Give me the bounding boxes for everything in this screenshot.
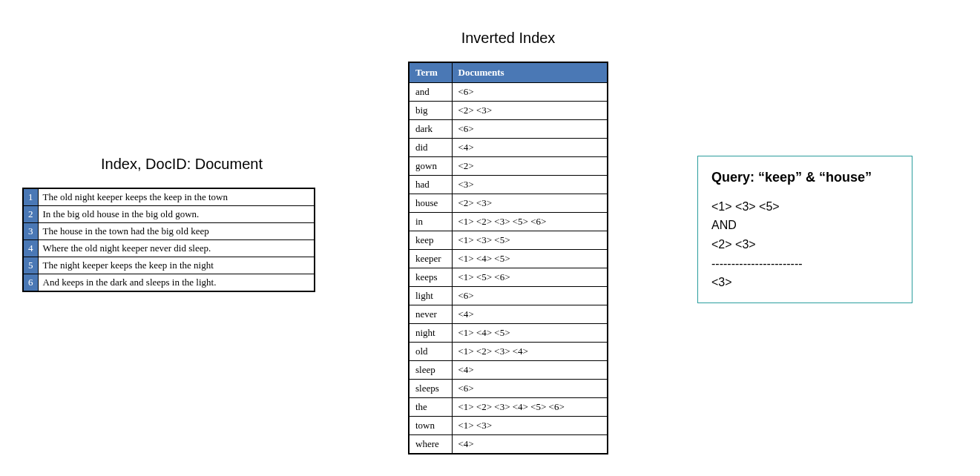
table-row: keep<1> <3> <5> [409, 231, 608, 250]
table-row: 6And keeps in the dark and sleeps in the… [23, 274, 315, 292]
table-row: dark<6> [409, 120, 608, 139]
table-row: never<4> [409, 305, 608, 324]
table-row: light<6> [409, 287, 608, 305]
docs-cell: <2> <3> [452, 102, 608, 120]
term-cell: the [409, 398, 452, 417]
table-row: where<4> [409, 435, 608, 454]
docs-cell: <1> <2> <3> <4> <5> <6> [452, 398, 608, 417]
docs-cell: <2> <3> [452, 194, 608, 213]
doc-text: In the big old house in the big old gown… [38, 206, 315, 223]
doc-id: 1 [23, 188, 38, 206]
docs-cell: <6> [452, 83, 608, 102]
table-row: 1The old night keeper keeps the keep in … [23, 188, 315, 206]
table-row: 3The house in the town had the big old k… [23, 223, 315, 240]
term-cell: had [409, 176, 452, 194]
docs-cell: <4> [452, 139, 608, 157]
query-operator: AND [711, 216, 898, 235]
doc-text: The old night keeper keeps the keep in t… [38, 188, 315, 206]
docs-cell: <6> [452, 120, 608, 139]
table-row: big<2> <3> [409, 102, 608, 120]
table-row: did<4> [409, 139, 608, 157]
query-title: Query: “keep” & “house” [711, 167, 898, 188]
table-row: town<1> <3> [409, 417, 608, 435]
term-cell: sleeps [409, 380, 452, 398]
term-cell: keeper [409, 250, 452, 268]
doc-text: And keeps in the dark and sleeps in the … [38, 274, 315, 292]
term-cell: did [409, 139, 452, 157]
doc-id: 6 [23, 274, 38, 292]
docs-cell: <1> <5> <6> [452, 268, 608, 287]
table-row: 4Where the old night keeper never did sl… [23, 240, 315, 257]
table-row: and<6> [409, 83, 608, 102]
table-row: had<3> [409, 176, 608, 194]
doc-id: 2 [23, 206, 38, 223]
inverted-index-column: Inverted Index Term Documents and<6>big<… [408, 30, 608, 454]
term-cell: night [409, 324, 452, 343]
docs-cell: <4> [452, 361, 608, 380]
term-cell: never [409, 305, 452, 324]
docs-cell: <6> [452, 287, 608, 305]
term-cell: and [409, 83, 452, 102]
doc-text: The house in the town had the big old ke… [38, 223, 315, 240]
docs-cell: <1> <3> [452, 417, 608, 435]
table-row: night<1> <4> <5> [409, 324, 608, 343]
term-cell: sleep [409, 361, 452, 380]
header-term: Term [409, 62, 452, 83]
inverted-index-title: Inverted Index [408, 30, 608, 47]
term-cell: where [409, 435, 452, 454]
term-cell: big [409, 102, 452, 120]
doc-index-title: Index, DocID: Document [45, 156, 319, 173]
docs-cell: <6> [452, 380, 608, 398]
query-box: Query: “keep” & “house” <1> <3> <5> AND … [697, 156, 912, 303]
docs-cell: <2> [452, 157, 608, 176]
docs-cell: <3> [452, 176, 608, 194]
term-cell: dark [409, 120, 452, 139]
doc-table: 1The old night keeper keeps the keep in … [22, 188, 315, 292]
term-cell: house [409, 194, 452, 213]
docs-cell: <1> <3> <5> [452, 231, 608, 250]
table-row: keeper<1> <4> <5> [409, 250, 608, 268]
diagram-container: Index, DocID: Document 1The old night ke… [15, 15, 965, 454]
docs-cell: <1> <2> <3> <4> [452, 343, 608, 361]
table-row: house<2> <3> [409, 194, 608, 213]
query-separator: ----------------------- [711, 254, 898, 274]
doc-text: Where the old night keeper never did sle… [38, 240, 315, 257]
term-cell: gown [409, 157, 452, 176]
doc-id: 5 [23, 257, 38, 274]
doc-index-column: Index, DocID: Document 1The old night ke… [22, 156, 319, 292]
table-row: gown<2> [409, 157, 608, 176]
query-result: <3> [711, 273, 898, 292]
table-row: old<1> <2> <3> <4> [409, 343, 608, 361]
term-cell: town [409, 417, 452, 435]
table-row: in<1> <2> <3> <5> <6> [409, 213, 608, 231]
table-row: the<1> <2> <3> <4> <5> <6> [409, 398, 608, 417]
term-cell: light [409, 287, 452, 305]
docs-cell: <1> <4> <5> [452, 324, 608, 343]
term-cell: keep [409, 231, 452, 250]
doc-id: 4 [23, 240, 38, 257]
inverted-index-table: Term Documents and<6>big<2> <3>dark<6>di… [408, 62, 608, 454]
doc-text: The night keeper keeps the keep in the n… [38, 257, 315, 274]
term-cell: keeps [409, 268, 452, 287]
query-operand-2: <2> <3> [711, 235, 898, 254]
table-row: sleep<4> [409, 361, 608, 380]
table-row: sleeps<6> [409, 380, 608, 398]
docs-cell: <1> <2> <3> <5> <6> [452, 213, 608, 231]
term-cell: old [409, 343, 452, 361]
doc-id: 3 [23, 223, 38, 240]
query-operand-1: <1> <3> <5> [711, 197, 898, 216]
query-column: Query: “keep” & “house” <1> <3> <5> AND … [697, 156, 920, 303]
header-documents: Documents [452, 62, 608, 83]
docs-cell: <1> <4> <5> [452, 250, 608, 268]
table-row: 5The night keeper keeps the keep in the … [23, 257, 315, 274]
term-cell: in [409, 213, 452, 231]
table-row: keeps<1> <5> <6> [409, 268, 608, 287]
table-row: 2In the big old house in the big old gow… [23, 206, 315, 223]
docs-cell: <4> [452, 305, 608, 324]
docs-cell: <4> [452, 435, 608, 454]
